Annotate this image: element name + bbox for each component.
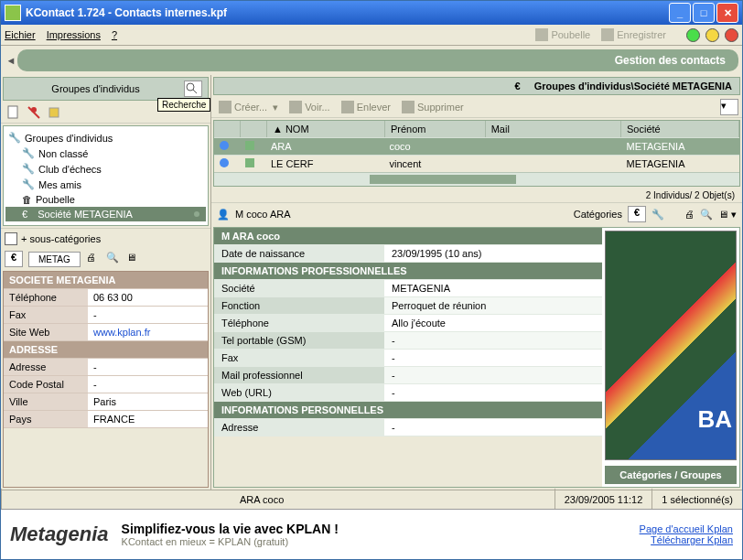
window-title: KContact 1.724 - Contacts internes.kpf	[26, 6, 669, 19]
search-groups-button[interactable]: Recherche	[184, 81, 202, 97]
footer-brand: Metagenia	[10, 522, 109, 546]
subcats-checkbox[interactable]	[5, 232, 17, 245]
pers-header: INFORMATIONS PERSONNELLES	[214, 402, 602, 418]
menubar: Eichier Impressions ? Poubelle Enregistr…	[1, 25, 742, 46]
maximize-button[interactable]: □	[693, 3, 715, 23]
categories-button[interactable]: Catégories / Groupes	[605, 466, 737, 484]
society-header: SOCIETE METAGENIA	[4, 272, 208, 288]
h-scrollbar[interactable]	[214, 172, 739, 186]
tree-item-selected[interactable]: € Société METAGENIA	[5, 207, 206, 221]
save-icon	[601, 28, 614, 41]
tree-item[interactable]: 🔧Non classé	[5, 145, 206, 161]
website-link[interactable]: www.kplan.fr	[88, 324, 208, 340]
table-row[interactable]: LE CERF vincent METAGENIA	[214, 155, 739, 172]
society-tab[interactable]: METAG	[28, 252, 81, 267]
status-name: ARA coco	[1, 489, 555, 511]
status-red-icon[interactable]	[725, 28, 738, 42]
tree-root[interactable]: 🔧Groupes d'individus	[5, 130, 206, 145]
euro-button[interactable]: €	[628, 206, 646, 222]
screen-icon[interactable]: 🖥	[126, 252, 141, 266]
trash-icon	[535, 28, 548, 41]
col-first[interactable]: Prénom	[385, 121, 486, 137]
create-button[interactable]: Créer... ▾	[215, 99, 282, 115]
col-mail[interactable]: Mail	[486, 121, 621, 137]
detail-panel: M ARA coco Date de naissance23/09/1995 (…	[213, 227, 740, 488]
svg-rect-5	[49, 108, 59, 117]
pin-icon	[220, 158, 229, 167]
minimize-button[interactable]: _	[669, 3, 691, 23]
menu-print[interactable]: Impressions	[47, 29, 101, 40]
print-icon[interactable]: 🖨	[684, 209, 695, 220]
person-icon	[245, 141, 254, 150]
selected-bullet-icon	[194, 211, 199, 217]
remove-button[interactable]: Enlever	[338, 99, 394, 115]
screen-icon[interactable]: 🖥 ▾	[718, 209, 737, 221]
zoom-icon[interactable]: 🔍	[700, 209, 713, 221]
footer: Metagenia Simplifiez-vous la vie avec KP…	[1, 509, 742, 559]
print-icon[interactable]: 🖨	[86, 252, 101, 266]
person-add-icon	[219, 101, 232, 113]
status-selection: 1 sélectionné(s)	[651, 489, 742, 511]
tree-item-trash[interactable]: 🗑Poubelle	[5, 192, 206, 207]
address-header: ADRESSE	[4, 341, 208, 358]
society-grid: SOCIETE METAGENIA Téléphone06 63 00 Fax-…	[3, 271, 209, 488]
zoom-icon[interactable]: 🔍	[106, 252, 121, 266]
menu-file[interactable]: Eichier	[5, 29, 36, 40]
back-button[interactable]: ◄	[5, 55, 17, 66]
groups-header: Groupes d'individus Recherche	[3, 77, 209, 101]
society-panel: € METAG 🖨 🔍 🖥 SOCIETE METAGENIA Téléphon…	[1, 249, 210, 490]
row-counter: 2 Individus/ 2 Objet(s)	[211, 188, 742, 202]
tree-item[interactable]: 🔧Club d'échecs	[5, 161, 206, 177]
footer-subline: KContact en mieux = KPLAN (gratuit)	[122, 536, 627, 547]
status-yellow-icon[interactable]	[705, 28, 719, 42]
statusbar: ARA coco 23/09/2005 11:12 1 sélectionné(…	[1, 490, 742, 509]
status-date: 23/09/2005 11:12	[555, 489, 652, 511]
pro-header: INFORMATIONS PROFESSIONNELLES	[214, 263, 602, 279]
subcategories-toggle[interactable]: + sous-catégories	[1, 228, 210, 249]
euro-button[interactable]: €	[5, 251, 23, 267]
left-panel: Groupes d'individus Recherche 🔧Groupes d…	[1, 75, 211, 490]
detail-toolbar: 👤 M coco ARA Catégories € 🔧 🖨 🔍 🖥 ▾	[211, 202, 742, 225]
wrench-icon[interactable]: 🔧	[651, 209, 664, 221]
svg-rect-2	[8, 106, 17, 118]
person-remove-icon	[341, 101, 354, 113]
delete-user-icon[interactable]	[27, 105, 41, 120]
footer-headline: Simplifiez-vous la vie avec KPLAN !	[122, 522, 627, 536]
col-name[interactable]: ▲ NOM	[267, 121, 385, 137]
app-window: KContact 1.724 - Contacts internes.kpf _…	[0, 0, 743, 560]
tree-item[interactable]: 🔧Mes amis	[5, 177, 206, 192]
options-button[interactable]: ▾	[720, 99, 738, 115]
detail-fields: M ARA coco Date de naissance23/09/1995 (…	[214, 228, 602, 487]
status-green-icon[interactable]	[686, 28, 700, 42]
groups-tree: 🔧Groupes d'individus 🔧Non classé 🔧Club d…	[3, 125, 209, 226]
contact-photo[interactable]	[605, 231, 737, 460]
banner: Gestion des contacts	[17, 49, 738, 71]
titlebar[interactable]: KContact 1.724 - Contacts internes.kpf _…	[1, 1, 742, 25]
breadcrumb: € Groupes d'individus\Société METAGENIA	[213, 77, 740, 95]
save-button[interactable]: Enregistrer	[601, 28, 666, 41]
pin-icon	[220, 141, 229, 150]
categories-label[interactable]: Catégories	[574, 209, 622, 220]
detail-name: M coco ARA	[235, 209, 291, 220]
delete-button[interactable]: Supprimer	[398, 99, 468, 115]
search-tooltip: Recherche	[157, 98, 210, 112]
close-button[interactable]: ✕	[716, 3, 738, 23]
person-delete-icon	[402, 101, 415, 113]
svg-point-0	[187, 83, 194, 91]
trash-button[interactable]: Poubelle	[535, 28, 590, 41]
eye-icon	[289, 101, 302, 113]
menu-help[interactable]: ?	[112, 29, 117, 40]
person-icon	[245, 158, 254, 167]
tool-icon[interactable]	[47, 105, 61, 120]
right-panel: € Groupes d'individus\Société METAGENIA …	[211, 75, 742, 490]
new-doc-icon[interactable]	[6, 105, 21, 120]
col-company[interactable]: Société	[621, 121, 739, 137]
footer-link-home[interactable]: Page d'accueil Kplan	[640, 523, 733, 534]
detail-title: M ARA coco	[214, 228, 602, 244]
view-button[interactable]: Voir...	[285, 99, 334, 115]
table-header: ▲ NOM Prénom Mail Société	[214, 121, 739, 137]
footer-link-download[interactable]: Télécharger Kplan	[640, 534, 733, 545]
table-row[interactable]: ARA coco METAGENIA	[214, 137, 739, 155]
contacts-toolbar: Créer... ▾ Voir... Enlever Supprimer ▾	[211, 97, 742, 118]
svg-line-1	[193, 90, 197, 93]
